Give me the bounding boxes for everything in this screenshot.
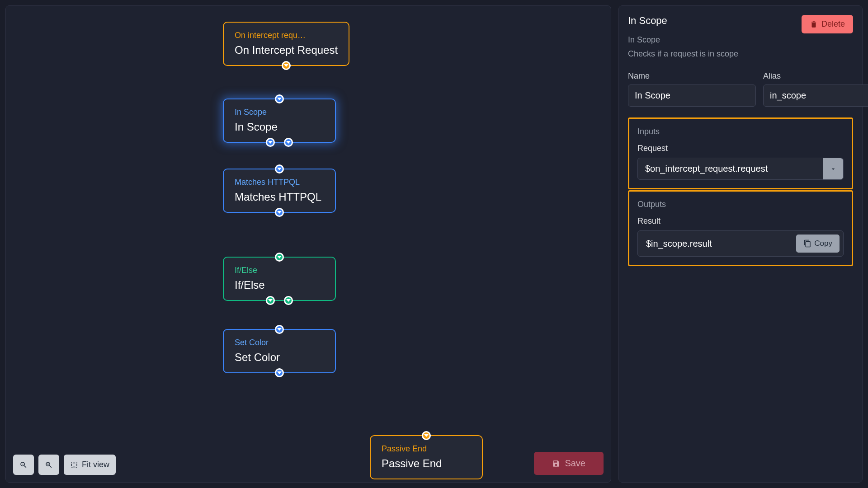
port-out[interactable] [275, 368, 284, 377]
port-in[interactable] [275, 325, 284, 334]
port-out[interactable] [282, 61, 291, 70]
node-type: Passive End [382, 444, 471, 454]
inputs-section: Inputs Request $on_intercept_request.req… [628, 117, 853, 189]
workflow-canvas[interactable]: On intercept requ…On Intercept RequestIn… [5, 5, 611, 483]
request-select[interactable]: $on_intercept_request.request [637, 158, 844, 180]
name-label: Name [628, 71, 756, 81]
alias-field[interactable] [763, 84, 868, 107]
copy-icon [803, 239, 811, 248]
chevron-down-icon [823, 158, 843, 179]
node-title: Matches HTTPQL [235, 190, 324, 204]
node-n1[interactable]: On intercept requ…On Intercept Request [223, 22, 349, 66]
port-out[interactable] [266, 296, 275, 305]
node-title: In Scope [235, 120, 324, 134]
canvas-toolbar: Fit view [13, 455, 116, 475]
outputs-section: Outputs Result $in_scope.result Copy [628, 190, 853, 266]
zoom-out-button[interactable] [13, 455, 34, 475]
port-out[interactable] [266, 138, 275, 147]
node-type: On intercept requ… [235, 31, 338, 40]
save-button[interactable]: Save [534, 452, 604, 475]
save-label: Save [565, 458, 585, 469]
fit-view-button[interactable]: Fit view [64, 455, 116, 475]
port-out[interactable] [275, 208, 284, 217]
result-value: $in_scope.result [642, 236, 796, 252]
node-title: Set Color [235, 350, 324, 364]
properties-panel: In Scope Delete In Scope Checks if a req… [618, 5, 863, 483]
port-out[interactable] [284, 138, 293, 147]
node-type: Matches HTTPQL [235, 178, 324, 187]
node-title: On Intercept Request [235, 43, 338, 57]
panel-subtitle: In Scope [628, 35, 853, 45]
inputs-label: Inputs [637, 127, 844, 136]
node-n4[interactable]: If/ElseIf/Else [223, 257, 336, 301]
copy-label: Copy [814, 239, 832, 248]
copy-button[interactable]: Copy [796, 235, 840, 253]
result-output: $in_scope.result Copy [637, 230, 844, 257]
port-in[interactable] [275, 164, 284, 174]
request-value: $on_intercept_request.request [638, 158, 823, 179]
panel-description: Checks if a request is in scope [628, 49, 853, 59]
port-in[interactable] [275, 253, 284, 262]
node-title: If/Else [235, 278, 324, 292]
zoom-out-icon [19, 461, 28, 469]
zoom-in-button[interactable] [38, 455, 59, 475]
save-icon [552, 460, 560, 468]
delete-label: Delete [821, 19, 845, 29]
node-n3[interactable]: Matches HTTPQLMatches HTTPQL [223, 169, 336, 213]
alias-label: Alias [763, 71, 868, 81]
node-type: In Scope [235, 108, 324, 117]
node-type: Set Color [235, 338, 324, 347]
port-in[interactable] [422, 431, 431, 440]
node-type: If/Else [235, 266, 324, 275]
delete-button[interactable]: Delete [802, 15, 853, 33]
node-n6[interactable]: Passive EndPassive End [370, 435, 483, 479]
result-label: Result [637, 216, 844, 226]
port-out[interactable] [284, 296, 293, 305]
panel-title: In Scope [628, 15, 667, 27]
node-n2[interactable]: In ScopeIn Scope [223, 99, 336, 143]
request-label: Request [637, 144, 844, 153]
node-title: Passive End [382, 456, 471, 470]
outputs-label: Outputs [637, 200, 844, 209]
zoom-in-icon [45, 461, 53, 469]
fit-view-icon [70, 461, 78, 469]
node-n5[interactable]: Set ColorSet Color [223, 329, 336, 373]
fit-view-label: Fit view [82, 460, 109, 469]
trash-icon [810, 20, 818, 28]
port-in[interactable] [275, 94, 284, 103]
name-field[interactable] [628, 84, 756, 107]
